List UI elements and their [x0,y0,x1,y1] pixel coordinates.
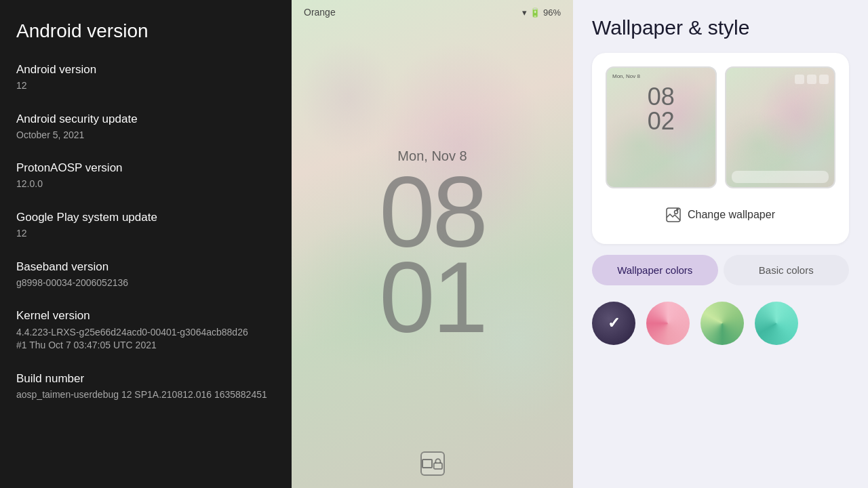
status-icons: ▾ 🔋 96% [522,7,561,18]
preview-clock: 0802 [607,81,715,138]
build-number-label: Build number [16,371,275,386]
svg-point-2 [675,211,678,214]
android-version-value: 12 [16,79,275,93]
baseband-label: Baseband version [16,260,275,274]
status-bar: Orange ▾ 🔋 96% [292,0,573,22]
lockscreen-preview[interactable]: Mon, Nov 8 0802 [606,66,717,188]
baseband-value: g8998-00034-2006052136 [16,277,275,290]
panel-title: Android version [16,20,275,42]
tab-basic-colors[interactable]: Basic colors [724,255,850,285]
tab-wallpaper-colors[interactable]: Wallpaper colors [592,255,718,285]
battery-icon: 🔋 [530,7,540,18]
home-widget-2 [807,75,816,84]
security-update-item: Android security update October 5, 2021 [16,112,275,142]
google-play-label: Google Play system update [16,210,275,225]
android-version-label: Android version [16,62,275,77]
build-number-value: aosp_taimen-userdebug 12 SP1A.210812.016… [16,388,275,402]
carrier-name: Orange [304,7,336,18]
wallpaper-style-panel: Wallpaper & style Mon, Nov 8 0802 [573,0,868,488]
swatch-pink[interactable] [646,302,690,345]
wallpaper-previews: Mon, Nov 8 0802 [606,66,835,188]
android-version-item: Android version 12 [16,62,275,93]
security-update-label: Android security update [16,112,275,127]
svg-rect-0 [434,463,442,469]
kernel-item: Kernel version 4.4.223-LRXS-g25e66d24acd… [16,308,275,352]
lock-icon [420,451,445,476]
clock-area: Mon, Nov 8 0801 [379,148,486,340]
google-play-value: 12 [16,227,275,241]
wallpaper-preview-card: Mon, Nov 8 0802 [592,53,849,244]
kernel-label: Kernel version [16,308,275,323]
protonaosp-item: ProtonAOSP version 12.0.0 [16,161,275,191]
swatch-teal[interactable] [755,302,798,345]
homescreen-preview[interactable] [725,66,836,188]
swatch-dark-purple[interactable]: ✓ [592,302,635,345]
change-wallpaper-icon [666,207,681,222]
battery-percent: 96% [543,7,561,18]
build-number-item: Build number aosp_taimen-userdebug 12 SP… [16,371,275,402]
phone-lockscreen: Orange ▾ 🔋 96% Mon, Nov 8 0801 [292,0,573,488]
google-play-item: Google Play system update 12 [16,210,275,241]
security-update-value: October 5, 2021 [16,129,275,142]
wallpaper-panel-title: Wallpaper & style [592,16,849,39]
color-swatches: ✓ [592,299,849,348]
change-wallpaper-label: Change wallpaper [688,209,775,221]
lock-icon-area [420,451,445,476]
swatch-checkmark: ✓ [592,302,635,345]
home-widget-1 [795,75,804,84]
protonaosp-label: ProtonAOSP version [16,161,275,176]
change-wallpaper-button[interactable]: Change wallpaper [606,199,835,230]
baseband-item: Baseband version g8998-00034-2006052136 [16,260,275,290]
protonaosp-value: 12.0.0 [16,178,275,191]
android-version-panel: Android version Android version 12 Andro… [0,0,292,488]
lockscreen-clock: 0801 [379,169,486,340]
wifi-icon: ▾ [522,7,527,18]
swatch-green[interactable] [701,302,744,345]
home-widget-3 [819,75,829,84]
home-dock [732,171,829,183]
color-tabs: Wallpaper colors Basic colors [592,255,849,285]
preview-date: Mon, Nov 8 [607,68,715,81]
kernel-value: 4.4.223-LRXS-g25e66d24acd0-00401-g3064ac… [16,326,275,352]
